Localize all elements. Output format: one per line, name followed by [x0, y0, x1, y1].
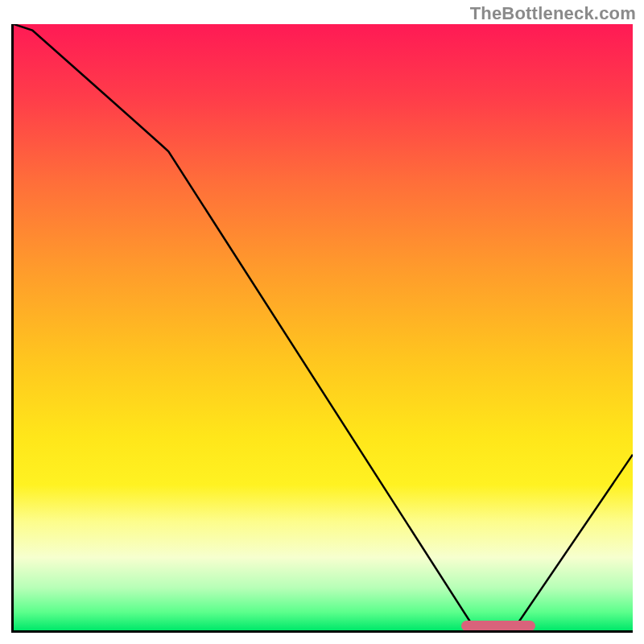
bottleneck-curve: [14, 24, 633, 630]
plot-area: [11, 24, 633, 633]
chart-frame: TheBottleneck.com: [0, 0, 644, 644]
optimum-marker: [461, 621, 536, 631]
watermark-text: TheBottleneck.com: [470, 3, 636, 24]
